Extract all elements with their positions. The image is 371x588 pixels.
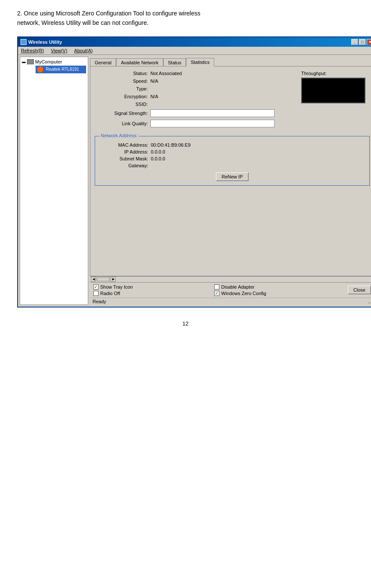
- speed-value: N/A: [150, 78, 158, 84]
- signal-strength-bar: [150, 109, 275, 117]
- link-quality-label: Link Quality:: [95, 121, 150, 126]
- tab-status[interactable]: Status: [163, 58, 186, 66]
- intro-line1: 2. Once using Microsoft Zero Configurati…: [26, 9, 354, 18]
- scroll-left-arrow[interactable]: ◀: [91, 277, 96, 282]
- minimize-button[interactable]: _: [351, 39, 358, 45]
- gateway-label: Gateway:: [99, 163, 151, 168]
- bottom-left-checkboxes: Show Tray Icon Radio Off: [93, 284, 133, 296]
- maximize-button[interactable]: □: [359, 39, 366, 45]
- computer-icon: [27, 59, 34, 64]
- status-bar: Ready ...: [90, 298, 371, 305]
- radio-off-checkbox[interactable]: [93, 291, 99, 296]
- encryption-label: Encryption:: [95, 94, 150, 99]
- throughput-section: Throughput:: [301, 71, 365, 103]
- speed-label: Speed:: [95, 78, 150, 84]
- ip-value: 0.0.0.0: [151, 149, 165, 154]
- mac-label: MAC Address:: [99, 142, 151, 148]
- windows-zero-config-row: Windows Zero Config: [214, 291, 266, 296]
- mac-value: 00:D0:41:B9:06:E9: [151, 142, 191, 148]
- windows-zero-config-checkbox[interactable]: [214, 291, 219, 296]
- status-bar-text: Ready: [93, 299, 106, 304]
- renew-ip-button[interactable]: ReNew IP: [216, 172, 248, 181]
- window-icon: [21, 39, 27, 45]
- ssid-label: SSID:: [95, 102, 150, 107]
- status-label: Status:: [95, 71, 150, 76]
- link-quality-row: Link Quality:: [95, 120, 370, 127]
- mac-row: MAC Address: 00:D0:41:B9:06:E9: [99, 142, 365, 148]
- sidebar-tree: ▬ MyComputer Realtek RTL8191: [22, 59, 86, 73]
- sidebar-device-label: Realtek RTL8191: [46, 67, 79, 72]
- show-tray-label: Show Tray Icon: [100, 284, 133, 289]
- tab-content: Throughput: Status: Not Associated Speed…: [90, 66, 371, 276]
- sidebar: ▬ MyComputer Realtek RTL8191: [20, 57, 88, 305]
- show-tray-row: Show Tray Icon: [93, 284, 133, 289]
- bottom-bar: Show Tray Icon Radio Off Disable Adapter: [90, 282, 371, 298]
- window-title: Wireless Utility: [28, 39, 62, 45]
- subnet-row: Subnet Mask: 0.0.0.0: [99, 156, 365, 161]
- status-value: Not Associated: [150, 71, 182, 76]
- link-quality-bar: [150, 120, 275, 127]
- sidebar-device-node[interactable]: Realtek RTL8191: [36, 66, 86, 73]
- subnet-value: 0.0.0.0: [151, 156, 165, 161]
- menubar: Refresh(R) View(V) About(A): [18, 47, 371, 55]
- subnet-label: Subnet Mask:: [99, 156, 151, 161]
- menu-view[interactable]: View(V): [50, 48, 69, 54]
- network-address-legend: Network Address:: [99, 133, 139, 138]
- window-body: ▬ MyComputer Realtek RTL8191: [18, 55, 371, 307]
- show-tray-checkbox[interactable]: [93, 284, 99, 289]
- scroll-thumb[interactable]: [97, 277, 110, 281]
- radio-off-row: Radio Off: [93, 291, 133, 296]
- wireless-utility-window: Wireless Utility _ □ ✕ Refresh(R) View(V…: [17, 36, 371, 308]
- scroll-right-arrow[interactable]: ▶: [111, 277, 116, 282]
- intro-line2: network, Wireless Utility will be can no…: [26, 18, 354, 27]
- bottom-center-checkboxes: Disable Adapter Windows Zero Config: [214, 284, 266, 296]
- close-button[interactable]: ✕: [367, 39, 371, 45]
- gateway-row: Gateway:: [99, 163, 365, 168]
- tabs-bar: General Available Network Status Statist…: [90, 57, 371, 66]
- radio-off-label: Radio Off: [100, 291, 120, 296]
- disable-adapter-checkbox[interactable]: [214, 284, 219, 289]
- horizontal-scrollbar[interactable]: ◀ ▶: [90, 276, 371, 282]
- menu-refresh[interactable]: Refresh(R): [20, 48, 45, 54]
- throughput-display: [301, 78, 365, 103]
- titlebar-buttons: _ □ ✕: [351, 39, 371, 45]
- renew-btn-row: ReNew IP: [99, 172, 365, 181]
- window-wrapper: Wireless Utility _ □ ✕ Refresh(R) View(V…: [17, 36, 354, 308]
- windows-zero-config-label: Windows Zero Config: [221, 291, 266, 296]
- main-panel: General Available Network Status Statist…: [90, 57, 371, 305]
- ip-label: IP Address:: [99, 149, 151, 154]
- wifi-icon: [37, 66, 43, 72]
- titlebar: Wireless Utility _ □ ✕: [18, 37, 371, 47]
- encryption-value: N/A: [150, 94, 158, 99]
- status-bar-right: ...: [368, 299, 371, 304]
- tree-toggle-icon[interactable]: ▬: [22, 60, 26, 64]
- sidebar-computer-node[interactable]: ▬ MyComputer: [22, 59, 86, 65]
- ip-row: IP Address: 0.0.0.0: [99, 149, 365, 154]
- page-number: 12: [17, 320, 354, 327]
- close-button-bottom[interactable]: Close: [348, 286, 371, 294]
- type-label: Type:: [95, 86, 150, 91]
- signal-strength-row: Signal Strength:: [95, 109, 370, 117]
- disable-adapter-label: Disable Adapter: [221, 284, 254, 289]
- throughput-label: Throughput:: [301, 71, 365, 76]
- bottom-right: Close: [348, 286, 371, 294]
- network-address-box: Network Address: MAC Address: 00:D0:41:B…: [95, 136, 370, 186]
- signal-strength-label: Signal Strength:: [95, 111, 150, 116]
- titlebar-left: Wireless Utility: [21, 39, 62, 45]
- tab-general[interactable]: General: [90, 58, 116, 66]
- tab-statistics[interactable]: Statistics: [186, 58, 214, 66]
- sidebar-computer-label: MyComputer: [35, 59, 62, 64]
- tab-available-network[interactable]: Available Network: [116, 58, 163, 66]
- disable-adapter-row: Disable Adapter: [214, 284, 266, 289]
- menu-about[interactable]: About(A): [73, 48, 94, 54]
- intro-section: 2. Once using Microsoft Zero Configurati…: [17, 9, 354, 28]
